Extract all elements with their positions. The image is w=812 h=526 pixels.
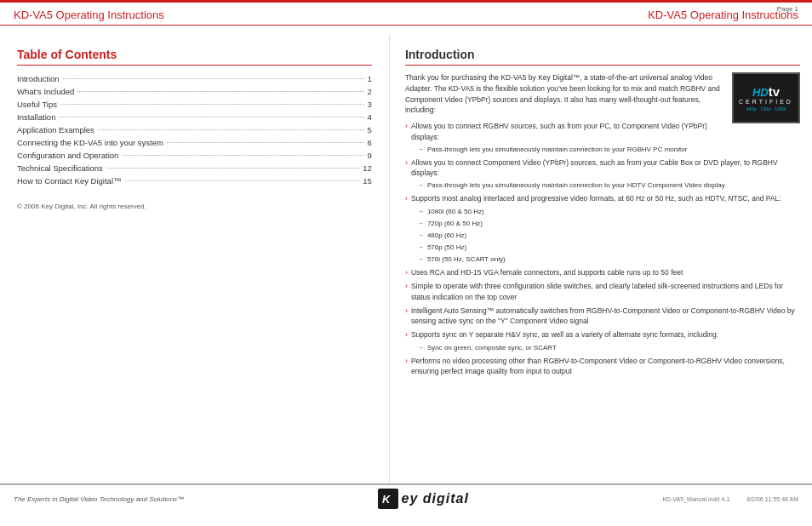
sub-arrow: → [417, 243, 424, 253]
copyright-note: © 2006 Key Digital, Inc. All rights rese… [17, 203, 372, 210]
bullet-text: Supports most analog interlaced and prog… [411, 193, 781, 204]
footer-datetime: 8/2/06 11:55:48 AM [746, 496, 798, 502]
sub-item: →576i (50 Hz, SCART only) [417, 254, 800, 265]
sub-text: Pass-through lets you simultaneously mai… [427, 145, 687, 155]
kd-icon: K [378, 489, 398, 509]
toc-item: Connecting the KD-VA5 into your system 6 [17, 138, 372, 147]
page-header: KD-VA5 Operating Instructions KD-VA5 Ope… [0, 9, 812, 26]
bullet-arrow: › [405, 267, 408, 279]
toc-dots [122, 155, 363, 156]
resolution-text: 480p · 720p · 1080i [746, 106, 786, 111]
bullet-arrow: › [405, 157, 408, 169]
toc-dots [59, 117, 363, 117]
key-icon-svg: K [380, 490, 397, 507]
bullet-arrow: › [405, 356, 408, 368]
toc-title: Table of Contents [17, 48, 372, 66]
toc-item: Installation 4 [17, 112, 372, 122]
sub-text: 480p (60 Hz) [427, 231, 466, 241]
toc-item-page: 5 [368, 125, 372, 134]
sub-item: →720p (60 & 50 Hz) [417, 219, 800, 229]
hdtv-certified-logo: HD tv CERTIFIED 480p · 720p · 1080i [732, 72, 800, 123]
toc-item-page: 6 [368, 138, 372, 147]
intro-title: Introduction [405, 48, 800, 66]
bullet-item: ›Allows you to connect Component Video (… [405, 157, 800, 192]
toc-item-label: How to Contact Key Digital™ [17, 176, 122, 186]
bullet-text: Performs no video processing other than … [411, 356, 800, 378]
bullet-item: ›Uses RCA and HD-15 VGA female connector… [405, 267, 800, 279]
intro-bullets: ›Allows you to connect RGBHV sources, su… [405, 121, 800, 377]
toc-dots [98, 129, 364, 130]
sub-item: →576p (50 Hz) [417, 243, 800, 253]
toc-item-page: 12 [363, 163, 372, 173]
toc-item-label: Configuration and Operation [17, 151, 118, 160]
bullet-arrow: › [405, 281, 408, 293]
bullet-item: ›Supports most analog interlaced and pro… [405, 193, 800, 265]
header-right-title: KD-VA5 Operating Instructions [648, 9, 798, 21]
toc-item-label: Introduction [17, 74, 60, 83]
footer-tagline: The Experts in Digital Video Technology … [14, 495, 184, 503]
toc-item-label: Installation [17, 112, 55, 122]
sub-arrow: → [417, 145, 424, 155]
sub-text: 1080i (60 & 50 Hz) [427, 207, 484, 217]
sub-item: →480p (60 Hz) [417, 231, 800, 241]
bullet-text: Allows you to connect RGBHV sources, suc… [411, 121, 723, 143]
toc-item-page: 1 [368, 74, 372, 83]
toc-item: Introduction 1 [17, 74, 372, 83]
page-footer: The Experts in Digital Video Technology … [0, 483, 812, 526]
sub-arrow: → [417, 343, 424, 353]
toc-dots [77, 91, 363, 92]
toc-item-page: 4 [368, 112, 372, 122]
bullet-item: ›Performs no video processing other than… [405, 356, 800, 378]
page: Page 1 KD-VA5 Operating Instructions KD-… [0, 0, 812, 526]
sub-text: Sync on green, composite sync, or SCART [427, 343, 557, 353]
toc-item-label: Technical Specifications [17, 163, 103, 173]
footer-bottom-bar: The Experts in Digital Video Technology … [0, 484, 812, 512]
toc-dots [167, 142, 364, 143]
intro-body: HD tv CERTIFIED 480p · 720p · 1080i Than… [405, 72, 800, 380]
main-content: Table of Contents Introduction 1 What's … [0, 34, 812, 483]
sub-arrow: → [417, 180, 424, 191]
svg-text:K: K [382, 493, 392, 506]
sub-text: 576i (50 Hz, SCART only) [427, 254, 506, 265]
sub-arrow: → [417, 254, 424, 265]
sub-item: →Pass-through lets you simultaneously ma… [417, 145, 800, 155]
sub-arrow: → [417, 231, 424, 241]
footer-filename: KD-VA5_Manual.indd 4-1 [662, 496, 729, 502]
toc-item: How to Contact Key Digital™ 15 [17, 176, 372, 186]
bullet-item: ›Supports sync on Y separate H&V sync, a… [405, 329, 800, 353]
bullet-item: ›Allows you to connect RGBHV sources, su… [405, 121, 800, 155]
bullet-text: Uses RCA and HD-15 VGA female connectors… [411, 267, 683, 278]
toc-item-page: 15 [363, 176, 372, 186]
sub-text: 576p (50 Hz) [427, 243, 466, 253]
toc-item: What's Included 2 [17, 87, 372, 96]
sub-item: →1080i (60 & 50 Hz) [417, 207, 800, 217]
hd-text: HD [752, 87, 769, 98]
footer-meta: KD-VA5_Manual.indd 4-1 8/2/06 11:55:48 A… [662, 496, 798, 502]
toc-item-label: Connecting the KD-VA5 into your system [17, 138, 163, 147]
bullet-arrow: › [405, 329, 408, 341]
sub-arrow: → [417, 219, 424, 229]
toc-dots [63, 78, 364, 79]
toc-item-label: Useful Tips [17, 100, 57, 109]
toc-item-label: Application Examples [17, 125, 94, 134]
toc-item-page: 2 [368, 87, 372, 96]
bullet-text: Allows you to connect Component Video (Y… [411, 157, 800, 180]
toc-dots [106, 168, 359, 169]
bullet-item: ›Simple to operate with three configurat… [405, 281, 800, 303]
toc-column: Table of Contents Introduction 1 What's … [0, 34, 390, 483]
sub-arrow: → [417, 207, 424, 217]
toc-item-label: What's Included [17, 87, 74, 96]
bullet-arrow: › [405, 121, 408, 133]
bullet-text: Supports sync on Y separate H&V sync, as… [411, 329, 718, 340]
toc-item: Configuration and Operation 9 [17, 151, 372, 160]
key-digital-text: ey digital [402, 491, 469, 506]
intro-column: Introduction HD tv CERTIFIED 480p · 720p… [390, 34, 812, 483]
toc-list: Introduction 1 What's Included 2 Useful … [17, 74, 372, 186]
sub-item: →Pass-through lets you simultaneously ma… [417, 180, 800, 191]
bullet-item: ›Intelligent Auto Sensing™ automatically… [405, 306, 800, 328]
toc-dots [60, 104, 364, 105]
top-decorative-line [0, 0, 812, 3]
bullet-arrow: › [405, 306, 408, 317]
toc-item: Technical Specifications 12 [17, 163, 372, 173]
bullet-text: Simple to operate with three configurati… [411, 281, 800, 303]
